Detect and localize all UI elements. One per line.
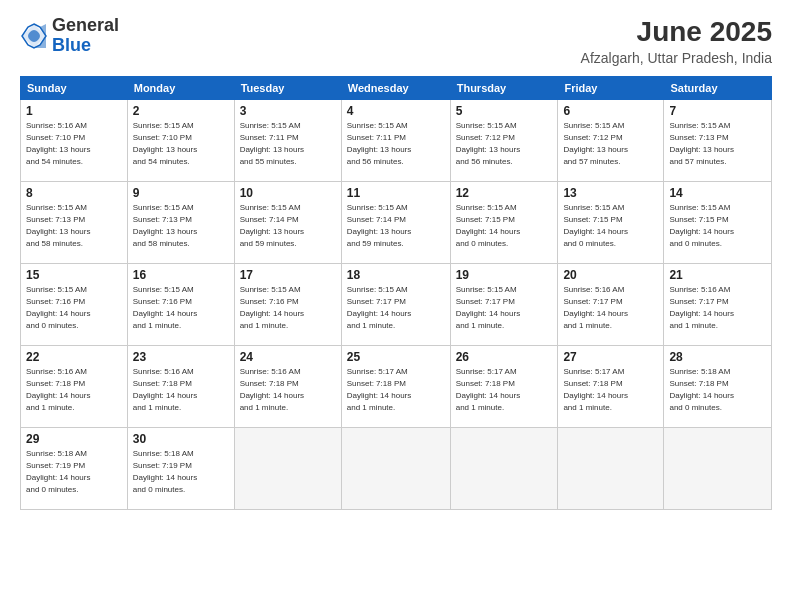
day-number: 22 [26, 350, 122, 364]
col-header-thursday: Thursday [450, 77, 558, 100]
day-number: 24 [240, 350, 336, 364]
day-number: 3 [240, 104, 336, 118]
calendar-cell: 14Sunrise: 5:15 AM Sunset: 7:15 PM Dayli… [664, 182, 772, 264]
day-info: Sunrise: 5:15 AM Sunset: 7:10 PM Dayligh… [133, 120, 229, 168]
calendar-cell [450, 428, 558, 510]
logo-general: General [52, 15, 119, 35]
day-info: Sunrise: 5:16 AM Sunset: 7:17 PM Dayligh… [669, 284, 766, 332]
page-header: General Blue June 2025 Afzalgarh, Uttar … [20, 16, 772, 66]
calendar-cell: 10Sunrise: 5:15 AM Sunset: 7:14 PM Dayli… [234, 182, 341, 264]
logo-blue: Blue [52, 35, 91, 55]
calendar-cell: 30Sunrise: 5:18 AM Sunset: 7:19 PM Dayli… [127, 428, 234, 510]
day-info: Sunrise: 5:16 AM Sunset: 7:10 PM Dayligh… [26, 120, 122, 168]
calendar-cell: 1Sunrise: 5:16 AM Sunset: 7:10 PM Daylig… [21, 100, 128, 182]
calendar-cell: 23Sunrise: 5:16 AM Sunset: 7:18 PM Dayli… [127, 346, 234, 428]
calendar-cell: 24Sunrise: 5:16 AM Sunset: 7:18 PM Dayli… [234, 346, 341, 428]
day-number: 15 [26, 268, 122, 282]
day-number: 4 [347, 104, 445, 118]
day-number: 18 [347, 268, 445, 282]
day-number: 10 [240, 186, 336, 200]
calendar-cell: 18Sunrise: 5:15 AM Sunset: 7:17 PM Dayli… [341, 264, 450, 346]
calendar-cell: 12Sunrise: 5:15 AM Sunset: 7:15 PM Dayli… [450, 182, 558, 264]
day-number: 23 [133, 350, 229, 364]
day-number: 27 [563, 350, 658, 364]
day-number: 9 [133, 186, 229, 200]
day-info: Sunrise: 5:15 AM Sunset: 7:14 PM Dayligh… [347, 202, 445, 250]
day-number: 1 [26, 104, 122, 118]
day-info: Sunrise: 5:15 AM Sunset: 7:15 PM Dayligh… [669, 202, 766, 250]
col-header-friday: Friday [558, 77, 664, 100]
day-number: 20 [563, 268, 658, 282]
calendar-cell: 9Sunrise: 5:15 AM Sunset: 7:13 PM Daylig… [127, 182, 234, 264]
calendar-cell: 5Sunrise: 5:15 AM Sunset: 7:12 PM Daylig… [450, 100, 558, 182]
day-info: Sunrise: 5:16 AM Sunset: 7:18 PM Dayligh… [26, 366, 122, 414]
day-info: Sunrise: 5:16 AM Sunset: 7:18 PM Dayligh… [240, 366, 336, 414]
col-header-wednesday: Wednesday [341, 77, 450, 100]
calendar-cell [558, 428, 664, 510]
day-info: Sunrise: 5:15 AM Sunset: 7:17 PM Dayligh… [456, 284, 553, 332]
day-info: Sunrise: 5:15 AM Sunset: 7:13 PM Dayligh… [669, 120, 766, 168]
calendar-cell: 27Sunrise: 5:17 AM Sunset: 7:18 PM Dayli… [558, 346, 664, 428]
day-info: Sunrise: 5:15 AM Sunset: 7:13 PM Dayligh… [26, 202, 122, 250]
day-number: 7 [669, 104, 766, 118]
logo: General Blue [20, 16, 119, 56]
calendar-cell: 28Sunrise: 5:18 AM Sunset: 7:18 PM Dayli… [664, 346, 772, 428]
day-number: 19 [456, 268, 553, 282]
day-number: 8 [26, 186, 122, 200]
col-header-sunday: Sunday [21, 77, 128, 100]
calendar-table: SundayMondayTuesdayWednesdayThursdayFrid… [20, 76, 772, 510]
day-info: Sunrise: 5:15 AM Sunset: 7:15 PM Dayligh… [456, 202, 553, 250]
calendar-cell: 4Sunrise: 5:15 AM Sunset: 7:11 PM Daylig… [341, 100, 450, 182]
day-info: Sunrise: 5:15 AM Sunset: 7:17 PM Dayligh… [347, 284, 445, 332]
day-info: Sunrise: 5:17 AM Sunset: 7:18 PM Dayligh… [347, 366, 445, 414]
day-info: Sunrise: 5:16 AM Sunset: 7:17 PM Dayligh… [563, 284, 658, 332]
col-header-monday: Monday [127, 77, 234, 100]
calendar-cell [664, 428, 772, 510]
day-number: 21 [669, 268, 766, 282]
title-block: June 2025 Afzalgarh, Uttar Pradesh, Indi… [581, 16, 772, 66]
day-info: Sunrise: 5:15 AM Sunset: 7:14 PM Dayligh… [240, 202, 336, 250]
calendar-cell: 20Sunrise: 5:16 AM Sunset: 7:17 PM Dayli… [558, 264, 664, 346]
day-info: Sunrise: 5:17 AM Sunset: 7:18 PM Dayligh… [563, 366, 658, 414]
month-title: June 2025 [581, 16, 772, 48]
day-number: 13 [563, 186, 658, 200]
calendar-cell: 8Sunrise: 5:15 AM Sunset: 7:13 PM Daylig… [21, 182, 128, 264]
calendar-cell: 6Sunrise: 5:15 AM Sunset: 7:12 PM Daylig… [558, 100, 664, 182]
location-title: Afzalgarh, Uttar Pradesh, India [581, 50, 772, 66]
day-info: Sunrise: 5:15 AM Sunset: 7:11 PM Dayligh… [240, 120, 336, 168]
calendar-cell: 13Sunrise: 5:15 AM Sunset: 7:15 PM Dayli… [558, 182, 664, 264]
calendar-cell: 19Sunrise: 5:15 AM Sunset: 7:17 PM Dayli… [450, 264, 558, 346]
day-info: Sunrise: 5:15 AM Sunset: 7:16 PM Dayligh… [240, 284, 336, 332]
day-number: 14 [669, 186, 766, 200]
day-info: Sunrise: 5:16 AM Sunset: 7:18 PM Dayligh… [133, 366, 229, 414]
calendar-cell: 15Sunrise: 5:15 AM Sunset: 7:16 PM Dayli… [21, 264, 128, 346]
day-info: Sunrise: 5:17 AM Sunset: 7:18 PM Dayligh… [456, 366, 553, 414]
calendar-cell: 16Sunrise: 5:15 AM Sunset: 7:16 PM Dayli… [127, 264, 234, 346]
day-info: Sunrise: 5:15 AM Sunset: 7:12 PM Dayligh… [563, 120, 658, 168]
day-info: Sunrise: 5:18 AM Sunset: 7:18 PM Dayligh… [669, 366, 766, 414]
day-number: 11 [347, 186, 445, 200]
calendar-cell [234, 428, 341, 510]
day-info: Sunrise: 5:15 AM Sunset: 7:12 PM Dayligh… [456, 120, 553, 168]
logo-icon [20, 22, 48, 50]
day-info: Sunrise: 5:15 AM Sunset: 7:16 PM Dayligh… [133, 284, 229, 332]
day-number: 28 [669, 350, 766, 364]
day-number: 29 [26, 432, 122, 446]
day-info: Sunrise: 5:15 AM Sunset: 7:15 PM Dayligh… [563, 202, 658, 250]
col-header-saturday: Saturday [664, 77, 772, 100]
day-number: 12 [456, 186, 553, 200]
day-info: Sunrise: 5:18 AM Sunset: 7:19 PM Dayligh… [26, 448, 122, 496]
calendar-cell [341, 428, 450, 510]
col-header-tuesday: Tuesday [234, 77, 341, 100]
day-number: 17 [240, 268, 336, 282]
calendar-cell: 25Sunrise: 5:17 AM Sunset: 7:18 PM Dayli… [341, 346, 450, 428]
day-info: Sunrise: 5:18 AM Sunset: 7:19 PM Dayligh… [133, 448, 229, 496]
calendar-cell: 2Sunrise: 5:15 AM Sunset: 7:10 PM Daylig… [127, 100, 234, 182]
day-info: Sunrise: 5:15 AM Sunset: 7:11 PM Dayligh… [347, 120, 445, 168]
calendar-cell: 11Sunrise: 5:15 AM Sunset: 7:14 PM Dayli… [341, 182, 450, 264]
day-number: 2 [133, 104, 229, 118]
day-number: 6 [563, 104, 658, 118]
day-info: Sunrise: 5:15 AM Sunset: 7:16 PM Dayligh… [26, 284, 122, 332]
calendar-cell: 26Sunrise: 5:17 AM Sunset: 7:18 PM Dayli… [450, 346, 558, 428]
calendar-cell: 21Sunrise: 5:16 AM Sunset: 7:17 PM Dayli… [664, 264, 772, 346]
